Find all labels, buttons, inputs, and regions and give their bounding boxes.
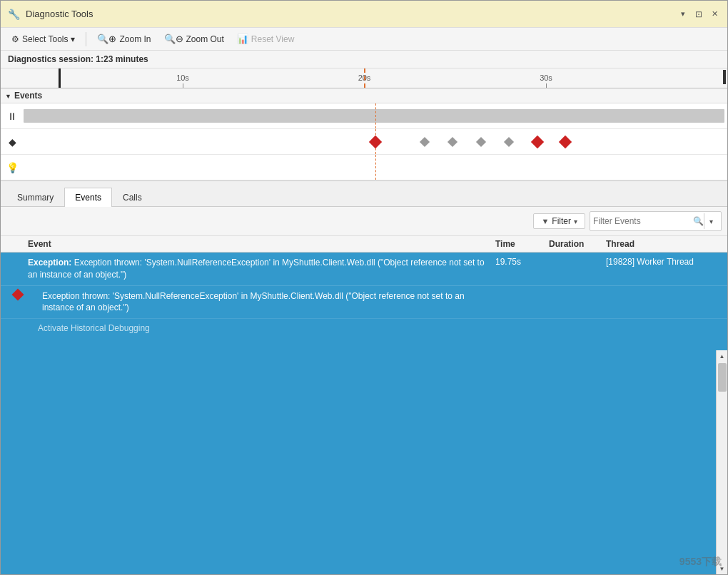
pause-marker	[375, 103, 376, 128]
event-diamond-gray-1[interactable]	[420, 136, 430, 146]
event-row-lightbulb: 💡	[1, 155, 727, 180]
select-tools-button[interactable]: Select Tools	[6, 31, 80, 47]
activate-label: Activate Historical Debugging	[38, 323, 150, 333]
table-header-event: Event	[24, 239, 491, 249]
close-icon	[712, 9, 718, 19]
diamond-icon: ◆	[9, 136, 16, 148]
reset-view-button[interactable]: 📊 Reset View	[232, 31, 299, 47]
scrollbar-up-button[interactable]: ▲	[717, 350, 727, 362]
scrollbar-thumb[interactable]	[718, 363, 727, 392]
toolbar: Select Tools 🔍⊕ Zoom In 🔍⊖ Zoom Out 📊 Re…	[1, 28, 727, 51]
row-time-cell: 19.75s	[491, 253, 545, 285]
filter-dropdown-button[interactable]: ▾	[704, 213, 718, 229]
event-time-value: 19.75s	[495, 257, 521, 267]
subrow-event-cell: Exception thrown: 'System.NullReferenceE…	[38, 286, 491, 319]
activate-row[interactable]: Activate Historical Debugging	[1, 319, 727, 337]
tab-events-label: Events	[75, 193, 101, 203]
subrow-scrollbar-spacer	[716, 286, 727, 319]
tabs-bar: Summary Events Calls	[1, 181, 727, 207]
chevron-down-icon	[71, 34, 75, 44]
tab-summary-label: Summary	[17, 193, 54, 203]
event-diamond-red-1[interactable]	[369, 135, 382, 148]
ruler-tick-10s: 10s	[183, 71, 183, 88]
table-header-time: Time	[491, 239, 545, 249]
timeline-current-marker	[59, 68, 61, 88]
events-panel: Events ⏸ ◆	[1, 88, 727, 181]
pin-button[interactable]: ▾	[677, 9, 689, 20]
table-header: Event Time Duration Thread	[1, 236, 727, 253]
subrow-diamond-icon	[12, 288, 24, 300]
reset-view-label: Reset View	[251, 34, 294, 44]
filter-events-input[interactable]	[593, 216, 693, 226]
tab-calls-label: Calls	[123, 193, 142, 203]
zoom-in-icon: 🔍⊕	[97, 34, 116, 44]
event-diamond-red-2[interactable]	[531, 135, 544, 148]
event-thread-value: [19828] Worker Thread	[606, 257, 694, 267]
tab-events[interactable]: Events	[64, 188, 112, 207]
watermark: 9553下载	[679, 556, 722, 569]
zoom-in-button[interactable]: 🔍⊕ Zoom In	[92, 31, 156, 47]
toolbar-separator-1	[86, 32, 86, 46]
pause-bar	[24, 109, 724, 123]
event-bold-prefix: Exception:	[28, 258, 71, 268]
lightbulb-row-icon: 💡	[1, 162, 24, 173]
gear-icon	[11, 34, 19, 44]
filter-label: Filter	[552, 216, 571, 226]
diamond-row-timeline	[24, 129, 727, 154]
table-header-thread: Thread	[602, 239, 716, 249]
zoom-out-icon: 🔍⊖	[164, 34, 183, 44]
row-scrollbar-spacer	[716, 253, 727, 285]
event-diamond-gray-2[interactable]	[448, 136, 457, 146]
lightbulb-marker-line	[375, 155, 376, 180]
bar-chart-icon: 📊	[237, 34, 248, 44]
lightbulb-row-timeline	[24, 155, 727, 180]
event-row-diamonds: ◆	[1, 129, 727, 155]
table-header-duration: Duration	[545, 239, 602, 249]
ruler-label-10s: 10s	[176, 73, 189, 82]
row-icon-cell	[1, 253, 24, 285]
subrow-thread-cell	[602, 286, 716, 319]
table-row[interactable]: Exception: Exception thrown: 'System.Nul…	[1, 253, 727, 286]
funnel-icon: ▼	[541, 217, 549, 225]
filter-button[interactable]: ▼ Filter ▾	[533, 213, 585, 229]
events-header-label: Events	[14, 91, 42, 101]
table-subrow[interactable]: Exception thrown: 'System.NullReferenceE…	[1, 286, 727, 320]
event-row-pause: ⏸	[1, 103, 727, 129]
event-diamond-gray-4[interactable]	[504, 136, 514, 146]
tab-summary[interactable]: Summary	[6, 188, 64, 207]
row-thread-cell: [19828] Worker Thread	[602, 253, 716, 285]
event-diamond-gray-3[interactable]	[476, 136, 486, 146]
pause-row-icon: ⏸	[1, 111, 24, 122]
search-icon: 🔍	[693, 216, 704, 226]
app-icon: 🔧	[8, 9, 20, 20]
event-text: Exception thrown: 'System.NullReferenceE…	[28, 258, 485, 280]
title-bar: 🔧 Diagnostic Tools ▾ ⊡	[1, 1, 727, 28]
zoom-out-button[interactable]: 🔍⊖ Zoom Out	[159, 31, 229, 47]
close-button[interactable]	[709, 9, 720, 20]
pause-row-timeline	[24, 103, 727, 128]
dock-icon: ⊡	[695, 9, 702, 19]
filter-input-wrapper: 🔍 ▾	[590, 211, 722, 231]
ruler-tick-30s: 30s	[546, 71, 547, 88]
filter-dropdown-chevron-icon: ▾	[709, 218, 713, 225]
pin-icon: ▾	[681, 9, 685, 19]
scrollbar-track[interactable]: ▲ ▼	[716, 350, 727, 574]
table-empty-space	[1, 337, 727, 574]
session-label: Diagnostics session: 1:23 minutes	[8, 54, 148, 64]
event-diamond-red-3[interactable]	[559, 135, 572, 148]
subrow-text: Exception thrown: 'System.NullReferenceE…	[42, 291, 465, 313]
zoom-in-label: Zoom In	[119, 34, 151, 44]
dock-button[interactable]: ⊡	[693, 9, 704, 20]
session-info: Diagnostics session: 1:23 minutes	[1, 51, 727, 68]
events-collapse-icon[interactable]	[5, 91, 11, 101]
subrow-indent	[1, 286, 38, 319]
pause-icon: ⏸	[7, 111, 17, 122]
subrow-duration-cell	[545, 286, 602, 319]
ruler-end-marker	[723, 70, 726, 84]
ruler-label-30s: 30s	[540, 73, 552, 82]
diamond-row-icon: ◆	[1, 136, 24, 148]
events-header: Events	[1, 88, 727, 103]
timeline-ruler: 10s 20s 30s	[1, 68, 727, 88]
tab-calls[interactable]: Calls	[112, 188, 153, 207]
window-controls: ▾ ⊡	[677, 9, 720, 20]
